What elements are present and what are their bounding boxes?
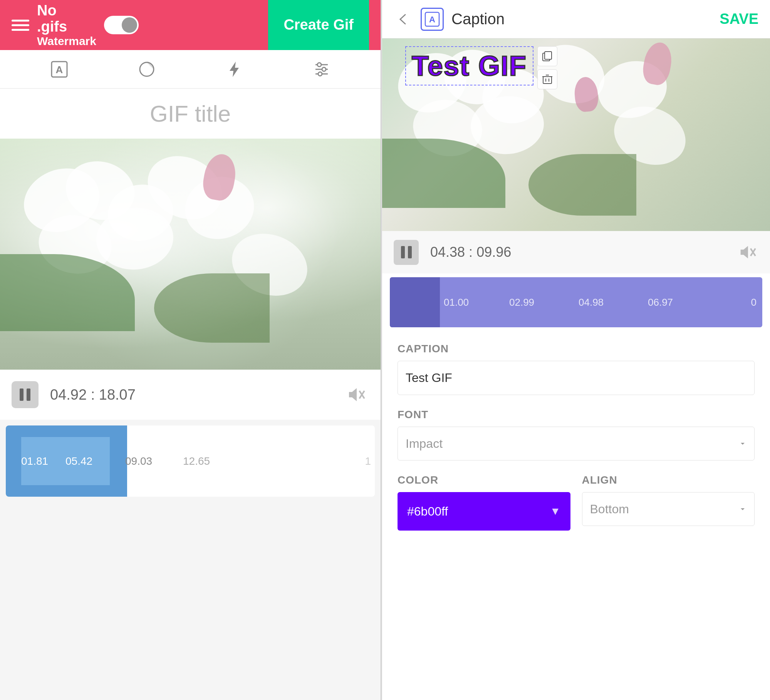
right-timeline-label-5: 0 bbox=[751, 296, 757, 308]
caption-box[interactable]: Test GIF bbox=[405, 46, 533, 85]
gif-title-area: GIF title bbox=[0, 89, 381, 139]
logo-text: No .gifs Watermark bbox=[37, 3, 96, 48]
caption-action-buttons bbox=[537, 46, 557, 89]
watermark-toggle[interactable] bbox=[104, 16, 139, 34]
svg-marker-3 bbox=[230, 62, 239, 77]
right-timeline-label-1: 01.00 bbox=[444, 296, 469, 308]
timeline-label-1: 01.81 bbox=[21, 455, 48, 467]
right-player: 04.38 : 09.96 bbox=[382, 231, 770, 273]
left-pause-button[interactable] bbox=[12, 381, 39, 408]
right-timeline[interactable]: 01.00 02.99 04.98 06.97 0 bbox=[390, 277, 762, 327]
form-section: CAPTION FONT ImpactArialTimes New RomanH… bbox=[382, 331, 770, 700]
right-pause-button[interactable] bbox=[394, 240, 419, 265]
right-timeline-label-4: 06.97 bbox=[648, 296, 673, 308]
timeline-track: 01.81 05.42 09.03 12.65 1 bbox=[6, 425, 375, 497]
caption-label: CAPTION bbox=[398, 343, 755, 355]
svg-rect-15 bbox=[545, 52, 552, 59]
caption-header-icon: A bbox=[421, 8, 444, 31]
align-label: ALIGN bbox=[582, 474, 755, 486]
gif-title: GIF title bbox=[150, 100, 231, 127]
hamburger-icon[interactable] bbox=[12, 20, 29, 31]
caption-preview-text: Test GIF bbox=[412, 50, 527, 81]
right-panel-title: Caption bbox=[451, 10, 712, 28]
svg-point-7 bbox=[317, 63, 321, 67]
left-timeline[interactable]: 01.81 05.42 09.03 12.65 1 bbox=[6, 425, 375, 497]
svg-text:A: A bbox=[429, 15, 435, 24]
color-section: COLOR #6b00ff ▼ bbox=[398, 474, 570, 539]
toggle-knob bbox=[122, 17, 137, 33]
caption-input[interactable] bbox=[398, 361, 755, 395]
header-left: No .gifs Watermark bbox=[12, 3, 139, 48]
right-mute-button[interactable] bbox=[735, 241, 758, 264]
font-select[interactable]: ImpactArialTimes New RomanHelveticaComic… bbox=[398, 427, 755, 461]
left-header: No .gifs Watermark Create Gif bbox=[0, 0, 381, 50]
right-panel: A Caption SAVE Test bbox=[381, 0, 770, 700]
caption-tool-icon[interactable]: A bbox=[48, 58, 71, 81]
left-player: 04.92 : 18.07 bbox=[0, 370, 381, 420]
right-time-display: 04.38 : 09.96 bbox=[430, 244, 724, 260]
svg-rect-16 bbox=[543, 77, 552, 84]
delete-caption-button[interactable] bbox=[537, 69, 557, 89]
timeline-label-3: 09.03 bbox=[125, 455, 152, 467]
timeline-label-4: 12.65 bbox=[183, 455, 210, 467]
back-button[interactable] bbox=[394, 10, 413, 29]
left-time-display: 04.92 : 18.07 bbox=[50, 387, 330, 403]
right-timeline-labels: 01.00 02.99 04.98 06.97 0 bbox=[390, 277, 762, 327]
right-header: A Caption SAVE bbox=[382, 0, 770, 39]
save-button[interactable]: SAVE bbox=[720, 11, 758, 27]
left-panel: No .gifs Watermark Create Gif A bbox=[0, 0, 381, 700]
right-timeline-label-3: 04.98 bbox=[579, 296, 604, 308]
align-section: ALIGN TopCenterBottom bbox=[582, 474, 755, 539]
timeline-label-2: 05.42 bbox=[65, 455, 92, 467]
color-picker-button[interactable]: #6b00ff ▼ bbox=[398, 492, 570, 531]
flower-background bbox=[0, 139, 381, 370]
copy-caption-button[interactable] bbox=[537, 46, 557, 66]
font-label: FONT bbox=[398, 409, 755, 421]
right-timeline-label-2: 02.99 bbox=[509, 296, 534, 308]
toggle-switch[interactable] bbox=[104, 16, 139, 34]
timeline-labels: 01.81 05.42 09.03 12.65 1 bbox=[6, 425, 375, 497]
color-dropdown-arrow-icon: ▼ bbox=[550, 505, 561, 517]
left-toolbar: A bbox=[0, 50, 381, 89]
color-label: COLOR bbox=[398, 474, 570, 486]
flash-tool-icon[interactable] bbox=[223, 58, 246, 81]
color-hex-value: #6b00ff bbox=[407, 504, 448, 519]
left-mute-button[interactable] bbox=[342, 381, 369, 408]
settings-tool-icon[interactable] bbox=[310, 58, 333, 81]
svg-point-9 bbox=[318, 72, 322, 76]
svg-text:A: A bbox=[55, 64, 63, 75]
left-video-preview bbox=[0, 139, 381, 370]
align-select[interactable]: TopCenterBottom bbox=[582, 492, 755, 526]
timeline-label-5: 1 bbox=[365, 455, 371, 467]
right-video-preview: Test GIF bbox=[382, 39, 770, 231]
create-gif-button[interactable]: Create Gif bbox=[268, 0, 369, 50]
crop-tool-icon[interactable] bbox=[135, 58, 158, 81]
color-align-row: COLOR #6b00ff ▼ ALIGN TopCenterBottom bbox=[398, 474, 755, 539]
svg-point-8 bbox=[322, 67, 326, 71]
caption-overlay[interactable]: Test GIF bbox=[405, 46, 557, 89]
